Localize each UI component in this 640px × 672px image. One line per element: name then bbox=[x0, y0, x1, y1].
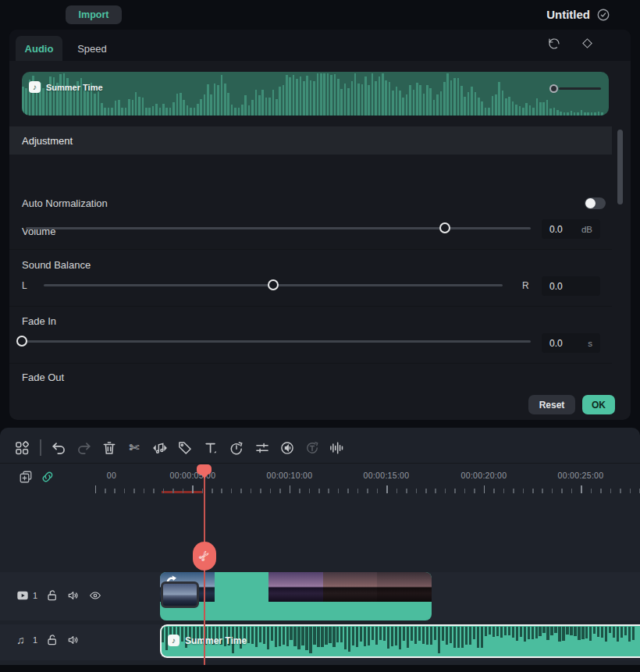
ruler-tick bbox=[251, 489, 252, 493]
keyframe-diamond-icon[interactable] bbox=[581, 37, 593, 50]
text-to-speech-icon[interactable] bbox=[304, 440, 320, 456]
divider bbox=[9, 363, 612, 364]
adjust-sliders-icon[interactable] bbox=[254, 440, 270, 456]
ruler-tick bbox=[610, 489, 612, 493]
balance-slider-handle[interactable] bbox=[268, 279, 279, 290]
detach-audio-icon[interactable] bbox=[152, 440, 168, 456]
fade-out-label: Fade Out bbox=[22, 372, 64, 383]
divider bbox=[9, 306, 612, 307]
ruler-tick bbox=[240, 489, 242, 493]
volume-slider-handle[interactable] bbox=[439, 222, 450, 233]
panel-tab-bar: Audio Speed bbox=[9, 30, 631, 61]
scissors-icon: ✄ bbox=[195, 547, 213, 564]
volume-value: 0.0 bbox=[549, 224, 563, 235]
audio-clip-label: ♪ Summer Time bbox=[168, 635, 247, 646]
redo-icon[interactable] bbox=[76, 440, 92, 456]
fade-in-label: Fade In bbox=[22, 315, 56, 327]
link-icon[interactable] bbox=[41, 470, 55, 484]
ok-button[interactable]: OK bbox=[582, 395, 615, 414]
video-clip[interactable] bbox=[160, 572, 432, 620]
volume-slider[interactable] bbox=[26, 222, 531, 233]
lock-icon[interactable] bbox=[46, 634, 59, 646]
ruler-tick bbox=[192, 485, 194, 493]
timeline-toolbar: ✄ bbox=[0, 428, 640, 464]
ruler-tick bbox=[523, 489, 524, 493]
top-bar: Import Untitled bbox=[0, 0, 640, 30]
music-note-icon: ♪ bbox=[29, 81, 41, 93]
ruler-time-label: 00:00:25:00 bbox=[558, 471, 604, 480]
balance-right-label: R bbox=[522, 280, 529, 291]
lock-icon[interactable] bbox=[46, 589, 59, 602]
ruler-tick bbox=[183, 489, 184, 493]
audio-effect-icon[interactable] bbox=[279, 440, 295, 456]
ruler-tick bbox=[231, 489, 233, 493]
video-track-icon bbox=[16, 589, 29, 602]
audio-waveform-preview[interactable]: ♪ Summer Time bbox=[22, 72, 609, 116]
ruler-tick bbox=[114, 489, 116, 493]
speaker-icon[interactable] bbox=[67, 634, 80, 646]
tab-audio[interactable]: Audio bbox=[16, 36, 62, 61]
ruler-tick bbox=[503, 489, 505, 493]
delete-icon[interactable] bbox=[101, 440, 117, 456]
ruler-tick bbox=[532, 489, 534, 493]
playhead-marker[interactable] bbox=[197, 464, 212, 475]
balance-value-box[interactable]: 0.0 bbox=[542, 276, 600, 296]
speaker-icon[interactable] bbox=[67, 589, 80, 602]
reset-icon[interactable] bbox=[548, 37, 560, 50]
text-icon[interactable] bbox=[203, 440, 219, 456]
ruler-tick bbox=[484, 485, 485, 493]
ruler-tick bbox=[435, 489, 436, 493]
ruler-tick bbox=[144, 489, 145, 493]
auto-normalization-label: Auto Normalization bbox=[22, 197, 108, 209]
fade-in-slider-rail bbox=[22, 340, 531, 343]
fade-in-value-box[interactable]: 0.0 s bbox=[542, 333, 600, 353]
auto-normalization-toggle[interactable] bbox=[585, 197, 606, 209]
ruler-tick bbox=[367, 489, 368, 493]
duplicate-icon[interactable] bbox=[19, 470, 33, 484]
import-button[interactable]: Import bbox=[66, 5, 122, 24]
ruler-tick bbox=[425, 489, 427, 493]
reset-button[interactable]: Reset bbox=[528, 395, 575, 414]
toggle-knob bbox=[585, 198, 596, 208]
split-scissors-icon[interactable]: ✄ bbox=[126, 440, 142, 456]
panel-scrollbar[interactable] bbox=[617, 130, 623, 204]
ruler-tick bbox=[600, 489, 602, 493]
divider bbox=[9, 249, 612, 250]
save-status-check-icon[interactable] bbox=[596, 8, 610, 22]
fade-out-line bbox=[559, 87, 601, 90]
fade-in-slider[interactable] bbox=[22, 336, 531, 347]
ruler-tick bbox=[581, 485, 582, 493]
fade-in-slider-handle[interactable] bbox=[16, 336, 27, 347]
sound-balance-slider[interactable] bbox=[44, 279, 503, 290]
undo-icon[interactable] bbox=[51, 440, 66, 456]
clip-preview-thumbnail[interactable] bbox=[161, 581, 199, 608]
scissors-split-pill[interactable]: ✄ bbox=[193, 542, 216, 571]
ruler-tick bbox=[124, 489, 126, 493]
marker-tag-icon[interactable] bbox=[177, 440, 193, 456]
ruler-tick bbox=[406, 489, 407, 493]
balance-value: 0.0 bbox=[549, 281, 563, 292]
ruler-tick bbox=[571, 489, 573, 493]
project-title[interactable]: Untitled bbox=[546, 8, 590, 21]
speed-clock-icon[interactable] bbox=[229, 440, 244, 456]
fade-out-handle[interactable] bbox=[549, 84, 558, 93]
ruler-tick bbox=[328, 489, 329, 493]
layout-grid-icon[interactable] bbox=[14, 440, 30, 456]
ruler-tick bbox=[279, 489, 281, 493]
ruler-tick bbox=[454, 489, 456, 493]
music-track-icon: ♫ bbox=[16, 634, 29, 646]
ruler-tick bbox=[318, 489, 320, 493]
volume-value-box[interactable]: 0.0 dB bbox=[542, 219, 600, 239]
ruler-tick bbox=[591, 489, 592, 493]
audio-stretch-icon[interactable] bbox=[329, 440, 344, 456]
toolbar-divider bbox=[40, 439, 41, 456]
ruler-tick bbox=[445, 489, 446, 493]
ruler-tick bbox=[212, 489, 213, 493]
audio-clip[interactable]: ♪ Summer Time bbox=[160, 624, 640, 658]
tab-speed[interactable]: Speed bbox=[70, 36, 114, 61]
volume-slider-rail bbox=[26, 227, 531, 229]
eye-icon[interactable] bbox=[89, 589, 101, 602]
ruler-time-label: 00:00:15:00 bbox=[364, 471, 410, 480]
preview-clip-label: ♪ Summer Time bbox=[29, 81, 103, 93]
fade-in-unit: s bbox=[588, 339, 592, 348]
